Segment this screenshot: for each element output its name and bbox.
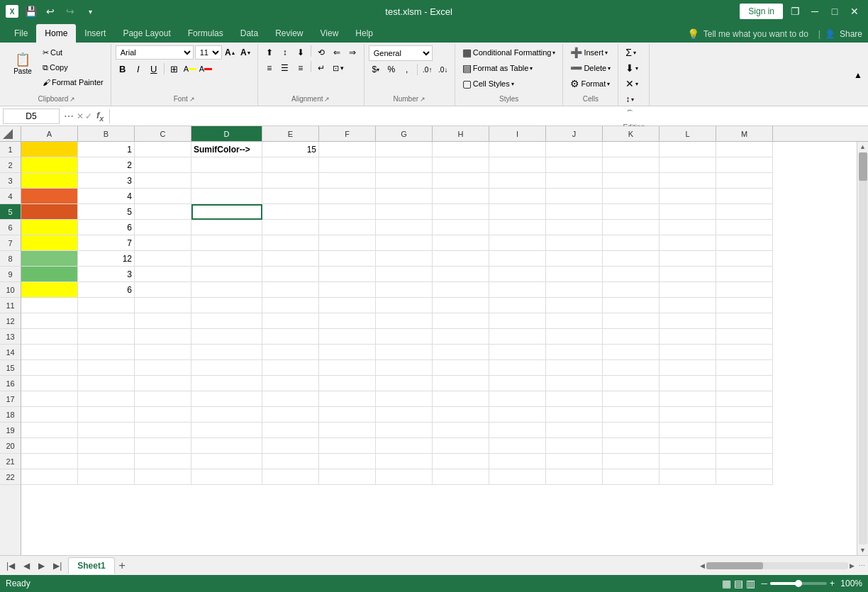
cell-j3[interactable] [546, 173, 603, 189]
cell-i18[interactable] [489, 407, 546, 423]
cell-styles-button[interactable]: ▢ Cell Styles ▾ [460, 77, 517, 91]
cell-l7[interactable] [660, 235, 716, 251]
cell-m17[interactable] [716, 391, 773, 407]
cell-g20[interactable] [376, 438, 433, 454]
share-button[interactable]: Share [840, 29, 862, 39]
cell-i1[interactable] [489, 142, 546, 157]
cell-h15[interactable] [433, 360, 489, 376]
font-expand-icon[interactable]: ↗ [189, 96, 195, 103]
col-header-h[interactable]: H [433, 126, 489, 141]
cell-c1[interactable] [135, 142, 191, 157]
cell-f8[interactable] [319, 251, 376, 267]
cell-m6[interactable] [716, 220, 773, 235]
cell-g11[interactable] [376, 298, 433, 313]
cell-e20[interactable] [262, 438, 319, 454]
col-header-c[interactable]: C [135, 126, 191, 141]
cell-d8[interactable] [191, 251, 262, 267]
cell-b9[interactable]: 3 [78, 267, 135, 282]
cell-m5[interactable] [716, 204, 773, 220]
cell-e19[interactable] [262, 423, 319, 438]
sign-in-button[interactable]: Sign in [740, 4, 783, 19]
scroll-thumb[interactable] [859, 152, 867, 181]
scroll-track[interactable] [859, 152, 867, 544]
cell-i15[interactable] [489, 360, 546, 376]
cell-d9[interactable] [191, 267, 262, 282]
sheet-tab-sheet1[interactable]: Sheet1 [68, 557, 114, 574]
redo-button[interactable]: ↪ [62, 4, 78, 19]
cell-h22[interactable] [433, 469, 489, 485]
cell-i11[interactable] [489, 298, 546, 313]
comma-button[interactable]: , [400, 62, 414, 77]
cell-j16[interactable] [546, 376, 603, 391]
cell-k7[interactable] [603, 235, 660, 251]
cell-i17[interactable] [489, 391, 546, 407]
tab-file[interactable]: File [6, 24, 36, 43]
cell-i6[interactable] [489, 220, 546, 235]
cell-a19[interactable] [21, 423, 78, 438]
row-num-12[interactable]: 12 [0, 313, 21, 329]
cell-e4[interactable] [262, 189, 319, 204]
cell-j12[interactable] [546, 313, 603, 329]
cell-f13[interactable] [319, 329, 376, 345]
cell-m2[interactable] [716, 157, 773, 173]
cell-i3[interactable] [489, 173, 546, 189]
cell-g12[interactable] [376, 313, 433, 329]
cell-j22[interactable] [546, 469, 603, 485]
cell-h8[interactable] [433, 251, 489, 267]
cell-c16[interactable] [135, 376, 191, 391]
cell-i10[interactable] [489, 282, 546, 298]
row-num-15[interactable]: 15 [0, 360, 21, 376]
cell-k20[interactable] [603, 438, 660, 454]
cell-f2[interactable] [319, 157, 376, 173]
cell-e14[interactable] [262, 345, 319, 360]
alignment-expand-icon[interactable]: ↗ [324, 96, 330, 103]
restore-button[interactable]: ❐ [787, 4, 803, 19]
row-num-10[interactable]: 10 [0, 282, 21, 298]
cell-l2[interactable] [660, 157, 716, 173]
cell-a21[interactable] [21, 454, 78, 469]
cell-e11[interactable] [262, 298, 319, 313]
cell-f4[interactable] [319, 189, 376, 204]
cell-m14[interactable] [716, 345, 773, 360]
h-scroll-right-button[interactable]: ▶ [850, 562, 855, 569]
cell-h7[interactable] [433, 235, 489, 251]
percent-button[interactable]: % [384, 62, 399, 77]
cell-b22[interactable] [78, 469, 135, 485]
cell-b10[interactable]: 6 [78, 282, 135, 298]
cell-m11[interactable] [716, 298, 773, 313]
cell-g8[interactable] [376, 251, 433, 267]
wrap-text-button[interactable]: ↵ [314, 61, 328, 75]
number-expand-icon[interactable]: ↗ [420, 96, 425, 103]
cell-g1[interactable] [376, 142, 433, 157]
cell-f9[interactable] [319, 267, 376, 282]
cell-d5[interactable] [191, 204, 262, 220]
cell-j2[interactable] [546, 157, 603, 173]
cell-e12[interactable] [262, 313, 319, 329]
cell-d19[interactable] [191, 423, 262, 438]
cell-b4[interactable]: 4 [78, 189, 135, 204]
cell-f14[interactable] [319, 345, 376, 360]
close-button[interactable]: ✕ [847, 4, 862, 19]
cell-h16[interactable] [433, 376, 489, 391]
cell-k12[interactable] [603, 313, 660, 329]
cell-f1[interactable] [319, 142, 376, 157]
cell-f20[interactable] [319, 438, 376, 454]
scroll-up-button[interactable]: ▲ [858, 142, 867, 152]
cell-e21[interactable] [262, 454, 319, 469]
cell-h10[interactable] [433, 282, 489, 298]
tab-view[interactable]: View [312, 24, 347, 43]
tab-data[interactable]: Data [232, 24, 267, 43]
row-num-7[interactable]: 7 [0, 235, 21, 251]
zoom-level[interactable]: 100% [838, 579, 862, 588]
paste-button[interactable]: 📋 Paste [7, 45, 38, 82]
cell-j10[interactable] [546, 282, 603, 298]
cell-b14[interactable] [78, 345, 135, 360]
row-num-4[interactable]: 4 [0, 189, 21, 204]
cell-f6[interactable] [319, 220, 376, 235]
row-num-20[interactable]: 20 [0, 438, 21, 454]
cell-e22[interactable] [262, 469, 319, 485]
cell-a1[interactable] [21, 142, 78, 157]
align-middle-button[interactable]: ↕ [278, 45, 292, 60]
cell-b17[interactable] [78, 391, 135, 407]
align-right-button[interactable]: ≡ [294, 61, 308, 75]
